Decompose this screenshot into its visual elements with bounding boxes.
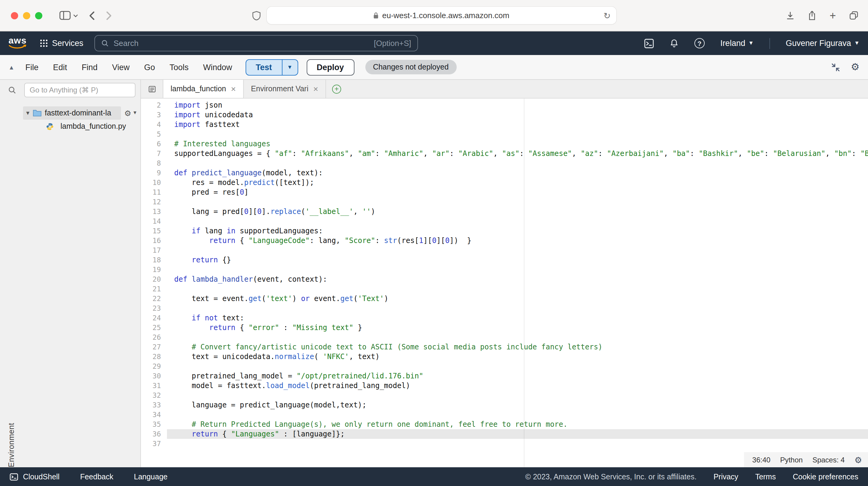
- code-line[interactable]: 27 # Convert fancy/artistic unicode text…: [141, 342, 868, 352]
- folder-settings-gear-icon[interactable]: ⚙▼: [121, 108, 140, 118]
- code-line[interactable]: 10 res = model.predict([text]);: [141, 178, 868, 187]
- collapse-panes-icon[interactable]: [831, 63, 840, 72]
- settings-gear-icon[interactable]: ⚙: [851, 62, 860, 72]
- code-line[interactable]: 9def predict_language(model, text):: [141, 168, 868, 178]
- code-line[interactable]: 2import json: [141, 100, 868, 110]
- code-line[interactable]: 13 lang = pred[0][0].replace('__label__'…: [141, 207, 868, 217]
- code-line[interactable]: 25 return { "error" : "Missing text" }: [141, 323, 868, 332]
- line-number: 15: [141, 226, 167, 236]
- menu-go[interactable]: Go: [144, 63, 155, 72]
- language-mode[interactable]: Python: [780, 455, 803, 464]
- code-line[interactable]: 34: [141, 410, 868, 420]
- cookie-preferences-link[interactable]: Cookie preferences: [793, 473, 858, 481]
- aws-logo[interactable]: aws: [8, 36, 27, 50]
- cloudshell-button[interactable]: CloudShell: [10, 473, 60, 481]
- close-window-button[interactable]: [11, 12, 18, 19]
- code-line[interactable]: 17: [141, 246, 868, 255]
- code-line[interactable]: 37: [141, 439, 868, 449]
- privacy-link[interactable]: Privacy: [713, 473, 738, 481]
- code-line[interactable]: 24 if not text:: [141, 313, 868, 323]
- reload-button[interactable]: ↻: [604, 10, 611, 20]
- line-number: 10: [141, 178, 167, 187]
- tab-overview-button[interactable]: [849, 11, 858, 20]
- tree-file-row[interactable]: lambda_function.py: [23, 120, 140, 133]
- user-menu[interactable]: Guvener Figurava ▼: [786, 39, 860, 48]
- code-line[interactable]: 3import unicodedata: [141, 110, 868, 120]
- close-tab-icon[interactable]: ×: [231, 85, 236, 93]
- test-dropdown-button[interactable]: ▼: [282, 60, 297, 75]
- cloudshell-terminal-button[interactable]: [644, 38, 654, 48]
- back-button[interactable]: [89, 10, 95, 20]
- grid-icon: [40, 39, 48, 47]
- terms-link[interactable]: Terms: [755, 473, 776, 481]
- folder-icon: [33, 109, 42, 117]
- code-line[interactable]: 26: [141, 332, 868, 342]
- tab-environment-variables[interactable]: Environment Vari ×: [244, 80, 326, 98]
- sidebar-toggle-icon[interactable]: [59, 11, 78, 20]
- new-editor-tab-button[interactable]: +: [332, 84, 341, 93]
- new-tab-button[interactable]: +: [830, 10, 836, 21]
- editor-status-bar: 36:40 Python Spaces: 4 ⚙: [744, 452, 868, 467]
- services-label: Services: [52, 39, 84, 48]
- tab-list-icon[interactable]: [141, 80, 163, 98]
- code-line[interactable]: 28 text = unicodedata.normalize( 'NFKC',…: [141, 352, 868, 361]
- test-button[interactable]: Test: [246, 60, 282, 75]
- cursor-position[interactable]: 36:40: [752, 455, 770, 464]
- collapse-menubar-icon[interactable]: ▲: [8, 64, 14, 70]
- code-line[interactable]: 16 return { "LanguageCode": lang, "Score…: [141, 236, 868, 246]
- code-line[interactable]: 32: [141, 390, 868, 400]
- menu-window[interactable]: Window: [203, 63, 232, 72]
- deploy-button[interactable]: Deploy: [306, 59, 354, 75]
- code-line[interactable]: 19: [141, 265, 868, 274]
- address-bar[interactable]: eu-west-1.console.aws.amazon.com ↻: [267, 7, 616, 24]
- code-line[interactable]: 23: [141, 303, 868, 313]
- zoom-window-button[interactable]: [35, 12, 42, 19]
- code-line[interactable]: 14: [141, 217, 868, 226]
- feedback-link[interactable]: Feedback: [80, 473, 114, 481]
- menu-view[interactable]: View: [112, 63, 129, 72]
- menu-file[interactable]: File: [25, 63, 39, 72]
- services-button[interactable]: Services: [40, 39, 84, 48]
- code-line[interactable]: 18 return {}: [141, 255, 868, 265]
- downloads-button[interactable]: [786, 10, 795, 20]
- code-editor[interactable]: 2import json3import unicodedata4import f…: [141, 99, 868, 467]
- code-line[interactable]: 33 language = predict_language(model,tex…: [141, 400, 868, 410]
- tree-folder-row[interactable]: ▼ fasttext-dominant-la ⚙▼: [23, 106, 140, 120]
- code-line[interactable]: 30 pretrained_lang_model = "/opt/pretrai…: [141, 371, 868, 381]
- code-line[interactable]: 31 model = fasttext.load_model(pretraine…: [141, 381, 868, 390]
- code-line[interactable]: 22 text = event.get('text') or event.get…: [141, 294, 868, 303]
- region-selector[interactable]: Ireland ▼: [720, 39, 754, 48]
- goto-anything-input[interactable]: [24, 83, 135, 97]
- code-line[interactable]: 6# Interested languages: [141, 139, 868, 149]
- indentation-setting[interactable]: Spaces: 4: [812, 455, 845, 464]
- code-line[interactable]: 8: [141, 158, 868, 168]
- menu-tools[interactable]: Tools: [170, 63, 189, 72]
- console-search-input[interactable]: Search [Option+S]: [94, 35, 418, 52]
- environment-tab[interactable]: Environment: [7, 112, 16, 467]
- code-line[interactable]: 35 # Return Predicted Language(s), we on…: [141, 420, 868, 429]
- code-line[interactable]: 29: [141, 361, 868, 371]
- privacy-shield-icon[interactable]: [252, 10, 260, 20]
- code-line[interactable]: 11 pred = res[0]: [141, 187, 868, 197]
- changes-not-deployed-badge: Changes not deployed: [365, 60, 456, 74]
- forward-button[interactable]: [106, 10, 112, 20]
- help-button[interactable]: ?: [694, 38, 705, 48]
- share-button[interactable]: [808, 10, 816, 21]
- tab-lambda-function[interactable]: lambda_function ×: [163, 80, 244, 98]
- menu-edit[interactable]: Edit: [53, 63, 67, 72]
- menu-find[interactable]: Find: [82, 63, 98, 72]
- close-tab-icon[interactable]: ×: [313, 85, 318, 93]
- code-line[interactable]: 15 if lang in supportedLanguages:: [141, 226, 868, 236]
- code-line[interactable]: 20def lambda_handler(event, context):: [141, 274, 868, 284]
- editor-settings-gear-icon[interactable]: ⚙: [855, 455, 862, 464]
- language-link[interactable]: Language: [134, 473, 167, 481]
- disclosure-triangle-icon[interactable]: ▼: [23, 110, 33, 116]
- notifications-bell-button[interactable]: [670, 39, 679, 48]
- code-line[interactable]: 5: [141, 129, 868, 139]
- code-line[interactable]: 36 return { "Languages" : [language]};: [141, 429, 868, 439]
- code-line[interactable]: 12: [141, 197, 868, 207]
- code-line[interactable]: 7supportedLanguages = { "af": "Afrikaans…: [141, 149, 868, 158]
- minimize-window-button[interactable]: [23, 12, 30, 19]
- code-line[interactable]: 21: [141, 284, 868, 294]
- code-line[interactable]: 4import fasttext: [141, 120, 868, 129]
